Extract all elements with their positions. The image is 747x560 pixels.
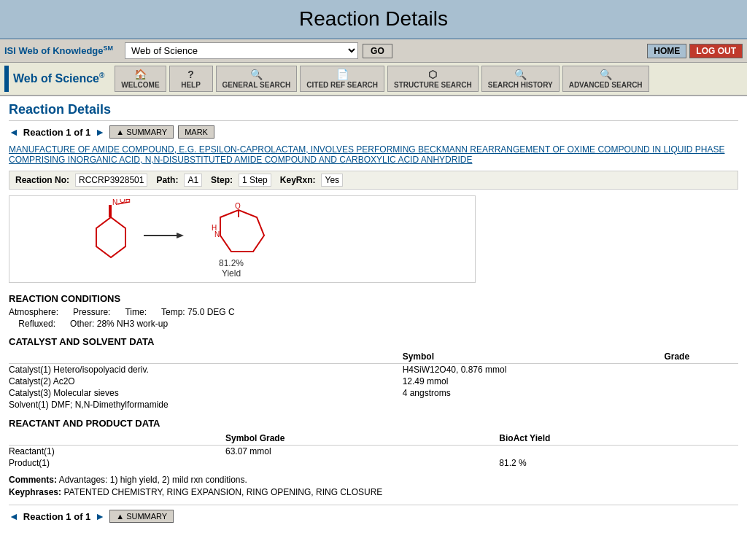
welcome-button[interactable]: 🏠 WELCOME xyxy=(115,66,166,92)
home-button[interactable]: HOME xyxy=(647,44,686,58)
reaction-nav-top: ◄ Reaction 1 of 1 ► ▲ SUMMARY MARK xyxy=(9,125,738,139)
reaction-label-bottom: Reaction 1 of 1 xyxy=(23,511,90,522)
brand-bar xyxy=(4,66,9,92)
main-content: Reaction Details ◄ Reaction 1 of 1 ► ▲ S… xyxy=(0,96,747,529)
table-row: Reactant(1) 63.07 mmol xyxy=(9,446,738,458)
wos-brand: Web of Science® xyxy=(4,66,104,92)
col-bioact-yield: BioAct Yield xyxy=(499,432,738,446)
go-button[interactable]: GO xyxy=(363,44,392,58)
reactant-table: Symbol Grade BioAct Yield Reactant(1) 63… xyxy=(9,432,738,469)
comments-section: Comments: Advantages: 1) high yield, 2) … xyxy=(9,475,738,497)
catalyst-2-grade xyxy=(664,376,738,387)
col-name xyxy=(9,350,403,364)
catalyst-1-grade xyxy=(664,364,738,376)
col-grade: Grade xyxy=(664,350,738,364)
catalyst-1-symbol: H4SiW12O40, 0.876 mmol xyxy=(403,364,665,376)
page-title-text: Reaction Details xyxy=(299,7,448,30)
general-search-button[interactable]: 🔍 GENERAL SEARCH xyxy=(216,66,298,92)
summary-button-bottom[interactable]: ▲ SUMMARY xyxy=(109,510,174,523)
search-icon-1: 🔍 xyxy=(250,69,263,80)
svg-text:81.2%: 81.2% xyxy=(219,258,244,268)
solvent-1-grade xyxy=(664,399,738,411)
reactant-1-symbol: 63.07 mmol xyxy=(225,446,499,458)
reaction-title-link[interactable]: MANUFACTURE OF AMIDE COMPOUND, E.G. EPSI… xyxy=(9,144,738,165)
table-row: Catalyst(2) Ac2O 12.49 mmol xyxy=(9,376,738,387)
next-reaction-arrow-bottom[interactable]: ► xyxy=(95,510,105,522)
prev-reaction-arrow-bottom[interactable]: ◄ xyxy=(9,510,19,522)
catalyst-3-name: Catalyst(3) Molecular sieves xyxy=(9,387,403,399)
section-heading: Reaction Details xyxy=(9,102,738,121)
home-icon: 🏠 xyxy=(134,69,147,80)
solvent-1-name: Solvent(1) DMF; N,N-Dimethylformamide xyxy=(9,399,403,411)
table-row: Product(1) 81.2 % xyxy=(9,457,738,469)
svg-marker-7 xyxy=(177,233,184,238)
logout-button[interactable]: LOG OUT xyxy=(689,44,743,58)
mark-button[interactable]: MARK xyxy=(178,125,214,139)
table-row: Solvent(1) DMF; N,N-Dimethylformamide xyxy=(9,399,738,411)
keyphrases-paragraph: Keyphrases: PATENTED CHEMISTRY, RING EXP… xyxy=(9,487,738,497)
nav-right-buttons: HOME LOG OUT xyxy=(647,44,743,58)
step-value: 1 Step xyxy=(239,174,271,187)
catalyst-1-name: Catalyst(1) Hetero/isopolyacid deriv. xyxy=(9,364,403,376)
chemistry-svg: N OH O N H 81.2% Yield xyxy=(23,199,461,279)
summary-button-top[interactable]: ▲ SUMMARY xyxy=(109,125,174,139)
svg-text:Yield: Yield xyxy=(222,268,241,279)
reactant-table-header: Symbol Grade BioAct Yield xyxy=(9,432,738,446)
conditions-row-1: Atmosphere: Pressure: Time: Temp: 75.0 D… xyxy=(9,307,738,317)
product-1-yield: 81.2 % xyxy=(499,457,738,469)
cited-ref-icon: 📄 xyxy=(336,69,349,80)
help-icon: ? xyxy=(187,69,194,80)
prev-reaction-arrow[interactable]: ◄ xyxy=(9,126,19,138)
keyphrases-label: Keyphrases: xyxy=(9,487,61,497)
brand-logo: ISI Web of KnowledgeSM xyxy=(4,44,113,56)
advanced-search-button[interactable]: 🔍 ADVANCED SEARCH xyxy=(562,66,649,92)
path-value: A1 xyxy=(184,174,202,187)
svg-text:N: N xyxy=(112,199,117,206)
col-reactant-name xyxy=(9,432,225,446)
comments-value: Advantages: 1) high yield, 2) mild rxn c… xyxy=(59,475,247,485)
reaction-nav-bottom: ◄ Reaction 1 of 1 ► ▲ SUMMARY xyxy=(9,505,738,523)
reaction-no-value: RCCRP3928501 xyxy=(75,174,147,187)
catalyst-2-symbol: 12.49 mmol xyxy=(403,376,665,387)
advanced-search-icon: 🔍 xyxy=(600,69,612,80)
catalyst-table: Symbol Grade Catalyst(1) Hetero/isopolya… xyxy=(9,350,738,411)
secondary-nav: Web of Science® 🏠 WELCOME ? HELP 🔍 GENER… xyxy=(0,63,747,96)
database-select[interactable]: Web of Science xyxy=(125,42,358,59)
reaction-label-top: Reaction 1 of 1 xyxy=(23,127,90,138)
help-button[interactable]: ? HELP xyxy=(169,66,213,92)
catalyst-3-symbol: 4 angstroms xyxy=(403,387,665,399)
solvent-1-symbol xyxy=(403,399,665,411)
path-label: Path: xyxy=(156,175,178,185)
refluxed-label: Refluxed: xyxy=(9,319,55,329)
svg-marker-0 xyxy=(96,217,125,257)
history-icon: 🔍 xyxy=(514,69,527,80)
time-label: Time: xyxy=(125,307,147,317)
next-reaction-arrow[interactable]: ► xyxy=(95,126,105,138)
keyrxn-label: KeyRxn: xyxy=(280,175,316,185)
wos-title: Web of Science® xyxy=(13,71,104,85)
table-row: Catalyst(1) Hetero/isopolyacid deriv. H4… xyxy=(9,364,738,376)
col-symbol: Symbol xyxy=(403,350,665,364)
cited-ref-search-button[interactable]: 📄 CITED REF SEARCH xyxy=(300,66,384,92)
catalyst-section-title: CATALYST AND SOLVENT DATA xyxy=(9,336,738,347)
top-nav: ISI Web of KnowledgeSM Web of Science GO… xyxy=(0,39,747,63)
pressure-label: Pressure: xyxy=(73,307,110,317)
comments-label: Comments: xyxy=(9,475,57,485)
col-symbol-grade: Symbol Grade xyxy=(225,432,499,446)
structure-search-button[interactable]: ⬡ STRUCTURE SEARCH xyxy=(387,66,479,92)
search-history-button[interactable]: 🔍 SEARCH HISTORY xyxy=(481,66,560,92)
reaction-no-label: Reaction No: xyxy=(15,175,69,185)
title-bar: Reaction Details xyxy=(0,0,747,39)
reaction-diagram: N OH O N H 81.2% Yield xyxy=(9,195,476,283)
table-row: Catalyst(3) Molecular sieves 4 angstroms xyxy=(9,387,738,399)
comments-paragraph: Comments: Advantages: 1) high yield, 2) … xyxy=(9,475,738,485)
product-1-name: Product(1) xyxy=(9,457,225,469)
product-1-symbol xyxy=(225,457,499,469)
step-label: Step: xyxy=(211,175,233,185)
other-label: Other: 28% NH3 work-up xyxy=(70,319,168,329)
reactant-1-name: Reactant(1) xyxy=(9,446,225,458)
keyphrases-value: PATENTED CHEMISTRY, RING EXPANSION, RING… xyxy=(63,487,382,497)
svg-text:H: H xyxy=(212,224,217,232)
atmosphere-label: Atmosphere: xyxy=(9,307,58,317)
catalyst-table-header: Symbol Grade xyxy=(9,350,738,364)
